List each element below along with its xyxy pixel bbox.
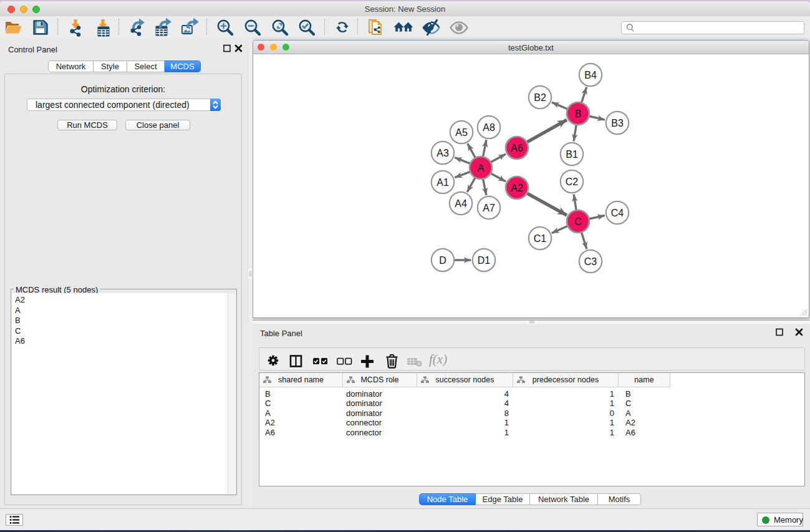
svg-text:B2: B2 xyxy=(534,92,546,103)
svg-text:A3: A3 xyxy=(436,148,449,158)
svg-text:A2: A2 xyxy=(511,183,523,193)
svg-text:B4: B4 xyxy=(584,70,597,80)
svg-text:D1: D1 xyxy=(478,255,491,266)
svg-text:B1: B1 xyxy=(566,149,578,160)
svg-text:A8: A8 xyxy=(483,122,495,133)
svg-text:C4: C4 xyxy=(611,208,624,218)
svg-text:B3: B3 xyxy=(611,118,624,128)
svg-text:B: B xyxy=(575,109,582,119)
svg-text:A6: A6 xyxy=(511,143,523,153)
svg-text:D: D xyxy=(439,255,446,266)
svg-text:A1: A1 xyxy=(436,177,449,188)
svg-text:C2: C2 xyxy=(566,177,579,187)
svg-text:A: A xyxy=(478,163,485,173)
svg-text:C: C xyxy=(574,216,582,227)
svg-text:A5: A5 xyxy=(455,127,468,138)
svg-text:A7: A7 xyxy=(483,203,495,213)
svg-text:C1: C1 xyxy=(534,233,547,244)
svg-text:C3: C3 xyxy=(584,256,597,267)
svg-text:A4: A4 xyxy=(455,198,467,209)
